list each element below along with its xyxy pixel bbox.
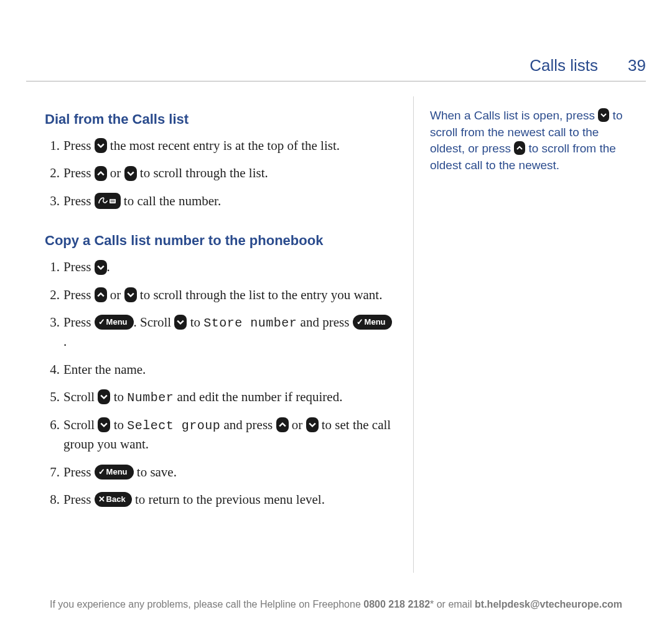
copy-steps-list: 1. Press . 2. Press or to scroll through… [45, 257, 394, 509]
down-icon [124, 287, 137, 302]
call-icon [95, 193, 121, 209]
content-columns: Dial from the Calls list 1. Press the mo… [26, 96, 646, 573]
down-icon [98, 389, 110, 404]
section-title-dial: Dial from the Calls list [45, 111, 394, 127]
svg-rect-2 [110, 202, 114, 202]
menu-button-icon: ✓Menu [95, 465, 134, 480]
list-item: 4. Enter the name. [45, 360, 394, 379]
list-item: 3. Press ✓Menu. Scroll to Store number a… [45, 313, 394, 351]
page-footer: If you experience any problems, please c… [26, 599, 646, 610]
side-column: When a Calls list is open, press to scro… [413, 96, 646, 573]
up-icon [95, 166, 107, 181]
sidebar-note: When a Calls list is open, press to scro… [430, 108, 636, 174]
display-text: Store number [203, 316, 297, 330]
helpline-email: bt.helpdesk@vtecheurope.com [475, 599, 622, 610]
down-icon [98, 417, 110, 432]
down-icon [598, 108, 609, 122]
list-item: 2. Press or to scroll through the list. [45, 164, 394, 182]
list-item: 5. Scroll to Number and edit the number … [45, 387, 394, 407]
page-number: 39 [628, 56, 646, 75]
back-button-icon: ✕Back [95, 492, 132, 507]
down-icon [95, 260, 107, 275]
svg-rect-0 [110, 199, 116, 203]
down-icon [95, 138, 107, 153]
header-divider [26, 81, 646, 81]
up-icon [276, 417, 289, 432]
page-header: Calls lists 39 [26, 56, 646, 83]
section-title-copy: Copy a Calls list number to the phoneboo… [45, 233, 394, 249]
menu-button-icon: ✓Menu [95, 315, 134, 330]
up-icon [95, 287, 107, 302]
list-item: 1. Press the most recent entry is at the… [45, 136, 394, 155]
up-icon [514, 141, 525, 155]
down-icon [306, 417, 319, 432]
down-icon [124, 166, 137, 181]
svg-rect-1 [110, 200, 114, 201]
list-item: 3. Press to call the number. [45, 192, 394, 210]
header-title: Calls lists [530, 56, 598, 75]
list-item: 7. Press ✓Menu to save. [45, 463, 394, 481]
list-item: 6. Scroll to Select group and press or t… [45, 415, 394, 453]
display-text: Number [127, 391, 174, 405]
display-text: Select group [127, 419, 220, 433]
dial-steps-list: 1. Press the most recent entry is at the… [45, 136, 394, 210]
main-column: Dial from the Calls list 1. Press the mo… [26, 96, 413, 573]
list-item: 8. Press ✕Back to return to the previous… [45, 490, 394, 509]
list-item: 2. Press or to scroll through the list t… [45, 285, 394, 304]
menu-button-icon: ✓Menu [353, 315, 392, 330]
down-icon [174, 315, 187, 330]
helpline-phone: 0800 218 2182 [363, 599, 430, 610]
list-item: 1. Press . [45, 257, 394, 276]
